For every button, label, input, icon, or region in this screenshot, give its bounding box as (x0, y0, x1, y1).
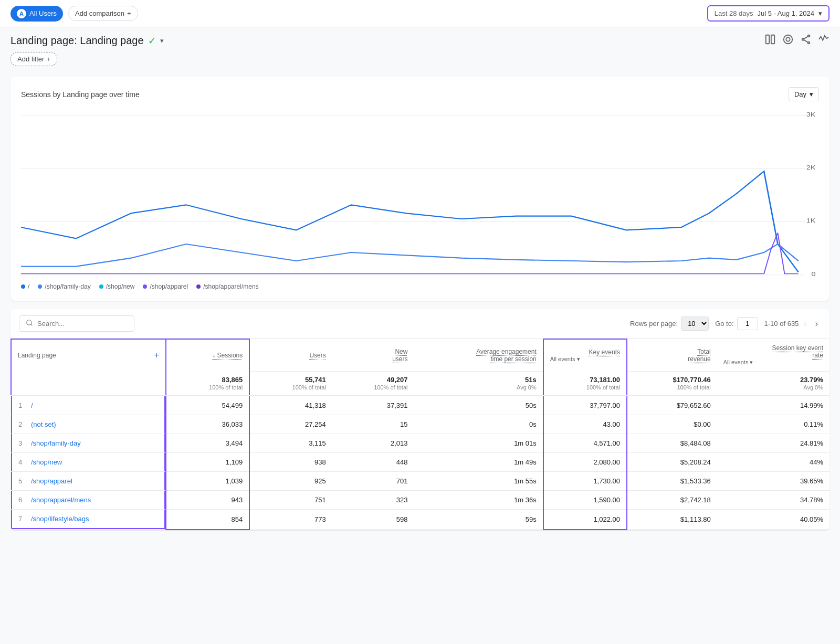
landing-page-link[interactable]: /shop/new (31, 458, 62, 466)
rows-per-page-select[interactable]: 10 25 50 (681, 316, 709, 331)
cell-landing-page: 4 /shop/new (11, 453, 165, 471)
cell-key-events: 37,797.00 (543, 396, 627, 415)
go-to-input[interactable] (737, 317, 758, 330)
prev-page-button[interactable]: ‹ (801, 318, 810, 330)
table-toolbar: Rows per page: 10 25 50 Go to: 1-10 of 6… (10, 309, 830, 339)
title-dropdown-arrow[interactable]: ▾ (160, 37, 164, 45)
session-rate-all-events-selector[interactable]: All events ▾ (723, 359, 823, 366)
add-column-icon[interactable]: + (154, 351, 159, 360)
totals-avg-engagement-sub: Avg 0% (517, 384, 537, 390)
cell-session-key-event-rate: 40.05% (717, 510, 830, 530)
totals-total-revenue-cell: $170,770.46 100% of total (627, 372, 717, 396)
cell-session-key-event-rate: 44% (717, 453, 830, 472)
landing-page-link[interactable]: (not set) (31, 420, 56, 428)
session-key-event-rate-col-label: Session key eventrate (723, 344, 823, 359)
cell-total-revenue: $8,484.08 (627, 434, 717, 453)
share-icon[interactable] (800, 34, 812, 48)
new-users-col-label: Newusers (392, 348, 407, 363)
col-header-avg-engagement: Average engagementtime per session (414, 339, 543, 372)
totals-avg-engagement-value: 51s (420, 376, 536, 384)
cell-new-users: 37,391 (332, 396, 414, 415)
cell-avg-engagement: 1m 01s (414, 434, 543, 453)
cell-new-users: 598 (332, 510, 414, 530)
cell-sessions: 36,033 (166, 415, 249, 434)
cell-key-events: 43.00 (543, 415, 627, 434)
row-number: 3 (18, 439, 27, 447)
add-comparison-button[interactable]: Add comparison + (68, 6, 138, 21)
chart-legend: / /shop/family-day /shop/new /shop/appar… (21, 278, 819, 290)
chart-svg: 3K 2K 1K 0 05 Jul 07 (21, 110, 819, 278)
insights-icon[interactable] (818, 34, 830, 48)
row-number: 6 (18, 496, 27, 504)
totals-new-users-cell: 49,207 100% of total (332, 372, 414, 396)
check-icon: ✓ (148, 35, 156, 47)
search-input[interactable] (37, 320, 128, 328)
date-range-button[interactable]: Last 28 days Jul 5 - Aug 1, 2024 ▾ (707, 5, 830, 22)
landing-page-link[interactable]: /shop/lifestyle/bags (31, 515, 89, 523)
cell-sessions: 54,499 (166, 396, 249, 415)
landing-page-link[interactable]: /shop/apparel/mens (31, 496, 91, 504)
add-comparison-label: Add comparison (75, 9, 124, 17)
legend-item-new: /shop/new (99, 283, 135, 290)
svg-point-2 (784, 35, 793, 44)
page-title-area: Landing page: Landing page ✓ ▾ (10, 35, 164, 47)
legend-item-apparel: /shop/apparel (143, 283, 188, 290)
cell-total-revenue: $79,652.60 (627, 396, 717, 415)
last-days-label: Last 28 days (715, 9, 753, 17)
add-filter-label: Add filter (17, 55, 44, 63)
table-row: 4 /shop/new 1,109 938 448 1m 49s 2,080.0… (11, 453, 830, 472)
legend-label-new: /shop/new (106, 283, 135, 290)
filter-bar: Add filter + (0, 52, 840, 71)
totals-key-events-value: 73,181.00 (550, 376, 620, 384)
totals-session-key-event-rate-sub: Avg 0% (803, 384, 823, 390)
totals-users-cell: 55,741 100% of total (249, 372, 332, 396)
svg-point-3 (786, 37, 790, 41)
table-pagination: Rows per page: 10 25 50 Go to: 1-10 of 6… (630, 316, 821, 331)
totals-sessions-value: 83,865 (173, 376, 243, 384)
svg-point-6 (808, 42, 810, 44)
add-filter-button[interactable]: Add filter + (10, 52, 57, 66)
totals-new-users-sub: 100% of total (374, 384, 407, 390)
svg-text:3K: 3K (806, 111, 816, 118)
sessions-col-label: ↓ Sessions (212, 352, 243, 359)
all-users-button[interactable]: A All Users (10, 6, 63, 22)
row-number: 4 (18, 458, 27, 466)
svg-point-34 (27, 320, 32, 325)
landing-page-link[interactable]: / (31, 402, 33, 409)
svg-point-5 (802, 38, 804, 40)
cell-landing-page: 6 /shop/apparel/mens (11, 491, 165, 509)
rows-per-page-label: Rows per page: (630, 320, 678, 328)
landing-page-link[interactable]: /shop/apparel (31, 477, 72, 485)
cell-new-users: 15 (332, 415, 414, 434)
cell-landing-page: 5 /shop/apparel (11, 472, 165, 490)
totals-total-revenue-value: $170,770.46 (634, 376, 711, 384)
cell-session-key-event-rate: 0.11% (717, 415, 830, 434)
cell-sessions: 1,109 (166, 453, 249, 472)
landing-page-link[interactable]: /shop/family-day (31, 439, 81, 447)
columns-icon[interactable] (764, 34, 776, 48)
cell-new-users: 701 (332, 472, 414, 491)
svg-text:0: 0 (811, 270, 815, 277)
next-page-button[interactable]: › (812, 318, 821, 330)
cell-avg-engagement: 59s (414, 510, 543, 530)
cell-users: 3,115 (249, 434, 332, 453)
cell-sessions: 854 (166, 510, 249, 530)
pagination-range: 1-10 of 635 (764, 320, 799, 328)
cell-sessions: 1,039 (166, 472, 249, 491)
avatar: A (17, 9, 26, 18)
cell-total-revenue: $5,208.24 (627, 453, 717, 472)
legend-item-apparel-mens: /shop/apparel/mens (196, 283, 258, 290)
cell-new-users: 2,013 (332, 434, 414, 453)
table-row: 2 (not set) 36,033 27,254 15 0s 43.00 $0… (11, 415, 830, 434)
granularity-label: Day (794, 90, 806, 98)
col-header-session-key-event-rate: Session key eventrate All events ▾ (717, 339, 830, 372)
key-events-all-events-selector[interactable]: All events ▾ (550, 356, 620, 363)
cell-users: 27,254 (249, 415, 332, 434)
day-selector[interactable]: Day ▾ (789, 87, 819, 101)
legend-label-family-day: /shop/family-day (45, 283, 90, 290)
svg-rect-0 (766, 35, 769, 44)
compare-icon[interactable] (782, 34, 794, 48)
cell-total-revenue: $2,742.18 (627, 491, 717, 510)
all-users-label: All Users (29, 9, 57, 17)
date-range-text: Jul 5 - Aug 1, 2024 (758, 9, 814, 17)
